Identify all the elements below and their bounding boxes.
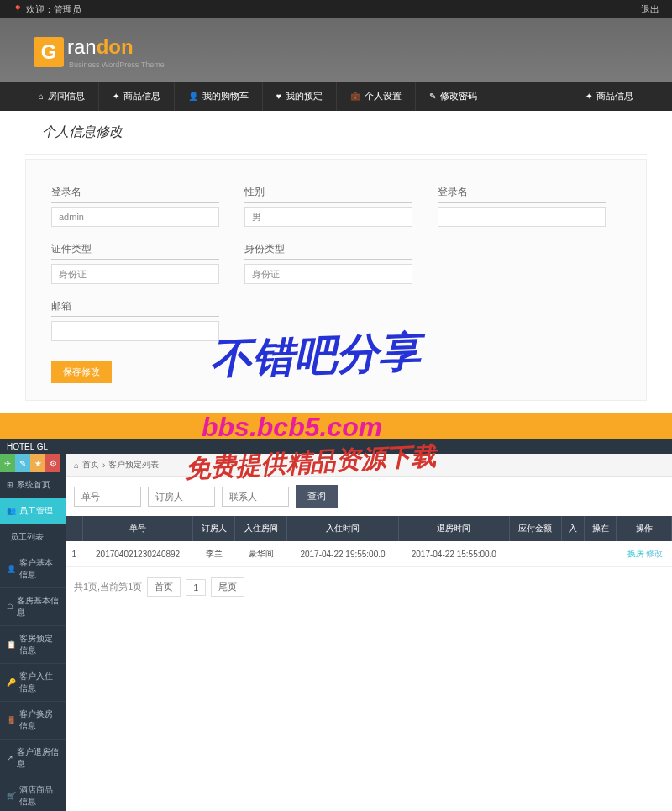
nav-item-6[interactable]: ✦商品信息	[572, 82, 647, 111]
field-input[interactable]	[51, 264, 219, 284]
sidebar-label: 客房基本信息	[17, 595, 59, 619]
sidebar-item-7[interactable]: 🚪客户换房信息	[0, 702, 66, 740]
nav-item-0[interactable]: ⌂房间信息	[25, 82, 99, 111]
sidebar-icon: 👥	[7, 507, 16, 515]
logo-icon: G	[34, 37, 64, 67]
field-input[interactable]	[244, 264, 412, 284]
field-label: 邮箱	[51, 299, 219, 317]
nav-icon: 👤	[188, 92, 198, 101]
nav-item-1[interactable]: ✦商品信息	[99, 82, 175, 111]
search-button[interactable]: 查询	[296, 485, 338, 508]
sidebar-icon: ↗	[7, 754, 13, 762]
sidebar-icon: 🚪	[7, 716, 16, 724]
sidebar-label: 客户入住信息	[19, 671, 59, 694]
field-input[interactable]	[244, 207, 412, 227]
nav-icon: 💼	[350, 92, 360, 101]
nav-label: 修改密码	[440, 90, 477, 103]
search-order-input[interactable]	[74, 487, 141, 507]
table-header: 单号	[83, 516, 193, 541]
data-table: 单号订房人入住房间入住时间退房时间应付金额入操在操作 1 20170402123…	[66, 516, 672, 567]
sidebar-label: 客户基本信息	[19, 557, 59, 581]
nav-label: 我的购物车	[202, 90, 249, 103]
table-header: 入	[561, 516, 584, 541]
sidebar-item-8[interactable]: ↗客户退房信息	[0, 740, 66, 777]
table-header	[66, 516, 83, 541]
header: G randon Business WordPress Theme	[0, 18, 672, 82]
field-input[interactable]	[438, 207, 606, 227]
nav-item-2[interactable]: 👤我的购物车	[175, 82, 263, 111]
submit-button[interactable]: 保存修改	[51, 361, 112, 383]
table-header: 订房人	[193, 516, 235, 541]
field-label: 身份类型	[244, 242, 412, 260]
nav-label: 商品信息	[123, 90, 160, 103]
sidebar-label: 员工列表	[10, 531, 44, 543]
first-page-button[interactable]: 首页	[147, 577, 181, 597]
field-input[interactable]	[51, 207, 219, 227]
field-input[interactable]	[51, 321, 219, 341]
sidebar-icon: 🔑	[7, 678, 16, 687]
row-actions: 换房修改	[617, 541, 672, 567]
sidebar-icon: 📋	[7, 640, 16, 649]
sidebar-label: 客户换房信息	[19, 708, 59, 732]
sidebar-icon: 🛒	[7, 792, 16, 800]
search-contact-input[interactable]	[222, 487, 289, 507]
nav-item-5[interactable]: ✎修改密码	[416, 82, 491, 111]
logo-text: randon	[67, 35, 134, 58]
sidebar-icon: ⊞	[7, 481, 13, 489]
last-page-button[interactable]: 尾页	[211, 577, 244, 597]
search-booker-input[interactable]	[148, 487, 215, 507]
nav-item-4[interactable]: 💼个人设置	[337, 82, 416, 111]
footer-bar	[0, 413, 672, 439]
home-icon[interactable]: ⌂	[74, 461, 79, 470]
field-label: 登录名	[438, 185, 606, 203]
tool-icon-1[interactable]: ✈	[0, 454, 15, 472]
profile-form: 登录名性别登录名 证件类型身份类型 邮箱 保存修改	[25, 159, 647, 401]
breadcrumb-home[interactable]: 首页	[82, 459, 99, 471]
sidebar-item-6[interactable]: 🔑客户入住信息	[0, 664, 66, 702]
sidebar-icon: 👤	[7, 565, 16, 573]
sidebar-item-4[interactable]: ☖客房基本信息	[0, 588, 66, 626]
sidebar-item-5[interactable]: 📋客房预定信息	[0, 626, 66, 664]
welcome-text: 欢迎：管理员	[26, 3, 81, 16]
pagination: 共1页,当前第1页 首页 1 尾页	[66, 567, 672, 607]
nav-icon: ⌂	[39, 92, 44, 101]
sidebar-label: 客房预定信息	[19, 633, 59, 656]
nav-label: 我的预定	[286, 90, 323, 103]
table-header: 操在	[584, 516, 617, 541]
sidebar-label: 员工管理	[19, 505, 53, 517]
sidebar-label: 酒店商品信息	[19, 784, 59, 808]
change-room-link[interactable]: 换房	[627, 549, 644, 558]
sidebar-item-0[interactable]: ⊞系统首页	[0, 472, 66, 498]
sidebar-item-1[interactable]: 👥员工管理	[0, 498, 66, 524]
table-row: 1 201704021230240892 李兰 豪华间 2017-04-22 1…	[66, 541, 672, 567]
tool-icon-3[interactable]: ★	[30, 454, 45, 472]
edit-link[interactable]: 修改	[646, 549, 663, 558]
nav-label: 商品信息	[596, 90, 633, 103]
main-nav: ⌂房间信息✦商品信息👤我的购物车♥我的预定💼个人设置✎修改密码✦商品信息	[0, 82, 672, 111]
table-header: 操作	[617, 516, 672, 541]
tool-icon-2[interactable]: ✎	[15, 454, 30, 472]
page-number-button[interactable]: 1	[186, 579, 206, 596]
sidebar: ✈ ✎ ★ ⚙ ⊞系统首页👥员工管理员工列表👤客户基本信息☖客房基本信息📋客房预…	[0, 454, 66, 811]
breadcrumb: ⌂ 首页 › 客户预定列表	[66, 454, 672, 477]
field-label: 性别	[244, 185, 412, 203]
table-header: 入住时间	[287, 516, 398, 541]
field-label: 证件类型	[51, 242, 219, 260]
sidebar-item-9[interactable]: 🛒酒店商品信息	[0, 777, 66, 811]
logout-link[interactable]: 退出	[641, 3, 659, 16]
page-title: 个人信息修改	[25, 111, 647, 155]
sidebar-label: 系统首页	[17, 479, 50, 491]
page-info: 共1页,当前第1页	[74, 581, 142, 593]
nav-icon: ♥	[276, 92, 281, 101]
table-header: 退房时间	[398, 516, 509, 541]
nav-icon: ✎	[429, 92, 436, 101]
icon-toolbar: ✈ ✎ ★ ⚙	[0, 454, 66, 472]
tool-icon-4[interactable]: ⚙	[45, 454, 60, 472]
sidebar-item-2[interactable]: 员工列表	[0, 524, 66, 550]
sidebar-item-3[interactable]: 👤客户基本信息	[0, 550, 66, 588]
nav-item-3[interactable]: ♥我的预定	[263, 82, 337, 111]
nav-label: 房间信息	[48, 90, 85, 103]
search-bar: 查询	[66, 477, 672, 516]
main-content: ⌂ 首页 › 客户预定列表 查询 单号订房人入住房间入住时间退房时间应付金额入操…	[66, 454, 672, 811]
hotel-header: HOTEL GL	[0, 439, 672, 454]
